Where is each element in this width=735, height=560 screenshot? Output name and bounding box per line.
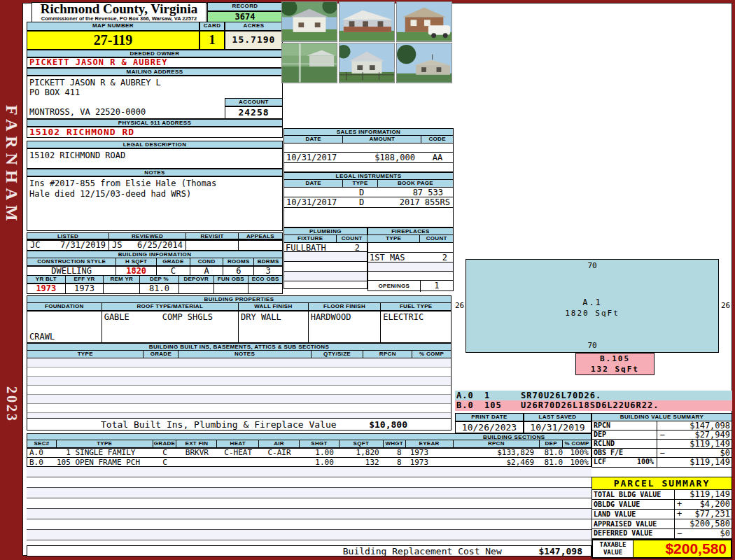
year-vertical-label: 2023 (4, 386, 20, 423)
revisit-value (186, 241, 239, 250)
sketch-code-a-sec: A.0 (455, 391, 484, 400)
record-label: RECORD (207, 2, 283, 11)
fireplace-row: 1ST MAS 2 (368, 253, 453, 262)
listed-date: 7/31/2019 (60, 241, 106, 250)
built-ins-total-row: Total Built Ins, Plumbing & Fireplace Va… (27, 418, 451, 430)
property-photo-6 (396, 43, 452, 83)
bvs-lcf-pct: 100% (637, 458, 654, 467)
bs-a-ext: BRKVR (176, 449, 217, 457)
legal-instrument-row: D 87 533 (284, 188, 453, 197)
sales-table-body: 10/31/2017 $188,000 AA (284, 144, 454, 172)
col-sale-code: CODE (421, 136, 453, 144)
col-cond: COND (190, 258, 224, 266)
bvs-label-rclnd: RCLND (592, 440, 657, 448)
county-title: Richmond County, Virginia (32, 3, 206, 15)
building-sections-header: SEC# TYPE GRADE EXT FIN HEAT AIR SHGT SQ… (27, 440, 592, 448)
bs-b-ext (176, 458, 217, 466)
rem-yr-value (104, 284, 140, 293)
sale-date: 10/31/2017 (284, 153, 344, 162)
sketch-code-b-num: 105 (484, 400, 521, 411)
reviewed-by: JS (112, 241, 122, 250)
sale-code: AA (422, 153, 453, 162)
fun-obs-value (214, 284, 249, 293)
parcel-op-bldg (675, 490, 684, 499)
col-eyear: EYEAR (406, 440, 454, 448)
col-sec: SEC# (27, 440, 57, 448)
building-value-summary-table: RPCN $147,098 DEP − $27,949 RCLND $119,1… (592, 421, 732, 468)
col-bi-comp: % COMP (412, 351, 451, 358)
col-wall-finish: WALL FINISH (239, 303, 309, 311)
col-floor-finish: FLOOR FINISH (309, 303, 382, 311)
built-ins-total-value: $10,800 (369, 420, 407, 430)
bvs-value-obs: $0 (667, 449, 732, 457)
bs-a-grade: C (153, 449, 177, 457)
col-bi-type: TYPE (27, 351, 144, 358)
col-grade2: GRADE (153, 440, 177, 448)
grade-value: C (157, 267, 190, 275)
bvs-value-dep: $27,949 (667, 430, 732, 439)
parcel-row-bldg: TOTAL BLDG VALUE $119,149 (592, 490, 732, 500)
col-whgt: WHGT (384, 440, 406, 448)
legal-instruments-header: DATE TYPE BOOK PAGE (284, 180, 454, 188)
parcel-row-deferred: DEFERRED VALUE − $0 (592, 529, 732, 538)
li-book-0: 87 533 (379, 188, 453, 197)
construction-style-value: DWELLING (27, 267, 116, 275)
wall-finish-value: DRY WALL (239, 312, 309, 342)
floor-finish-value: HARDWOOD (309, 312, 382, 342)
col-bi-notes: NOTES (178, 351, 311, 358)
yr-blt-value: 1973 (27, 284, 66, 293)
col-fun-obs: FUN OBS (214, 276, 249, 284)
building-info-header-1: CONSTRUCTION STYLE H SQFT GRADE COND ROO… (27, 258, 283, 266)
print-date-label: PRINT DATE (455, 413, 524, 421)
sales-information-title: SALES INFORMATION (284, 128, 454, 136)
col-fixture-count: COUNT (337, 235, 368, 243)
notes-box: Ins #2017-855 from Elsie Hale (Thomas Ha… (27, 176, 283, 231)
notes-line-2: Hale died 12/15/03-deed had WRS) (29, 189, 282, 200)
col-bi-grade: GRADE (144, 351, 178, 358)
fixture-count-value: 2 (337, 243, 367, 251)
plumbing-title: PLUMBING (284, 227, 368, 235)
deeded-owner-label: DEEDED OWNER (27, 50, 283, 57)
map-number-label: MAP NUMBER (27, 22, 200, 31)
col-bi-qty: QTY/SIZE (312, 351, 364, 358)
parcel-label-bldg: TOTAL BLDG VALUE (592, 490, 675, 499)
sketch-a-id: A.1 (466, 298, 718, 307)
appeals-value (239, 241, 282, 250)
bs-a-whgt: 8 (384, 449, 406, 457)
review-header-row: LISTED REVIEWED REVISIT APPEALS (27, 232, 283, 240)
bs-b-rpcn: $2,469 (453, 458, 540, 466)
col-heat: HEAT (217, 440, 259, 448)
roof-material-value: COMP SHGLS (162, 312, 238, 342)
parcel-label-appraised: APPRAISED VALUE (592, 519, 675, 528)
col-bi-rpcn: RPCN (363, 351, 412, 358)
replacement-cost-row: Building Replacement Cost New $147,098 (27, 545, 592, 556)
sketch-code-b-vector: U26R70D26L18SD6L22U6R22. (521, 400, 659, 411)
fireplaces-body: 1ST MAS 2 OPENINGS 1 (368, 243, 454, 291)
parcel-op-deferred: − (675, 529, 684, 538)
notes-line-1: Ins #2017-855 from Elsie Hale (Thomas (29, 178, 282, 189)
physical-address-value: 15102 RICHMOND RD (27, 127, 283, 138)
col-grade: GRADE (157, 258, 190, 266)
li-type-0: D (344, 188, 379, 197)
bs-b-heat (217, 458, 259, 466)
building-information-title: BUILDING INFORMATION (27, 251, 283, 258)
building-info-values-1: DWELLING 1820 C A 6 3 (27, 266, 283, 276)
sketch-code-row-a: A.0 1 SR70U26L70D26. (455, 391, 732, 400)
col-li-date: DATE (284, 180, 343, 188)
bs-b-whgt: 8 (384, 458, 406, 466)
building-properties-values: CRAWL BRICK GABLE COMP SHGLS DRY WALL HA… (27, 311, 451, 343)
bs-a-shgt: 1.00 (300, 449, 340, 457)
legal-instruments-title: LEGAL INSTRUMENTS (284, 172, 454, 180)
col-sqft: SQFT (340, 440, 384, 448)
account-label: ACCOUNT (225, 98, 283, 106)
property-photo-2 (339, 1, 395, 42)
col-rooms: ROOMS (223, 258, 254, 266)
parcel-summary-table: TOTAL BLDG VALUE $119,149 OBLDG VALUE + … (592, 490, 732, 539)
parcel-value-appraised: $200,580 (684, 519, 732, 528)
bs-b-eyear: 1973 (406, 458, 454, 466)
parcel-value-bldg: $119,149 (684, 490, 732, 499)
title-box: Richmond County, Virginia Commissioner o… (31, 2, 206, 22)
openings-label: OPENINGS (368, 281, 421, 292)
parcel-row-land: LAND VALUE + $77,231 (592, 510, 732, 519)
bvs-op-lcf (657, 458, 667, 467)
